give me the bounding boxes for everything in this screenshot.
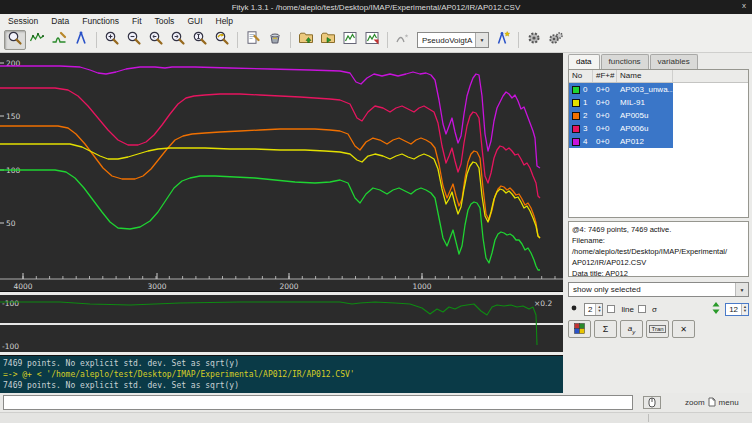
zoom-prev-button[interactable]: [145, 30, 167, 50]
dataset-func-count: 0+0: [593, 122, 617, 135]
fit-run-button[interactable]: [523, 30, 545, 50]
zoom-mode-button[interactable]: [4, 30, 26, 50]
menu-functions[interactable]: Functions: [82, 16, 119, 26]
dataset-row-3[interactable]: 30+0AP006u: [569, 122, 673, 135]
dataset-name: AP005u: [617, 109, 673, 122]
show-mode-dropdown[interactable]: show only selected ▼: [568, 282, 749, 297]
export-plot-button[interactable]: [361, 30, 383, 50]
tab-variables[interactable]: variables: [650, 54, 698, 69]
column-header-no[interactable]: No: [569, 70, 593, 82]
dataset-grid-header: No #F+# Name: [569, 70, 748, 83]
main-plot-canvas[interactable]: 400030002000100020015010050: [0, 53, 563, 292]
menu-tools[interactable]: Tools: [155, 16, 175, 26]
add-point-mode-button[interactable]: [70, 30, 92, 50]
save-session-button[interactable]: [339, 30, 361, 50]
column-header-name[interactable]: Name: [617, 70, 673, 82]
sum-button[interactable]: Σ: [594, 320, 617, 338]
tick-label: 4000: [13, 282, 32, 291]
add-peak-mode-button[interactable]: [48, 30, 70, 50]
auto-add-button[interactable]: [392, 30, 414, 50]
shift-stepper[interactable]: 12 ▲▼: [725, 303, 749, 316]
console-line: 7469 points. No explicit std. dev. Set a…: [3, 380, 560, 391]
dataset-row-2[interactable]: 20+0AP005u: [569, 109, 673, 122]
menu-help[interactable]: Help: [216, 16, 233, 26]
shift-updown-icon: [711, 301, 721, 317]
bottom-bar: zoom menu: [0, 393, 752, 412]
dataset-number: 3: [583, 124, 587, 133]
function-type-combo[interactable]: PseudoVoigtA▼: [417, 32, 489, 48]
dataset-number: 1: [583, 98, 587, 107]
dataset-color-swatch[interactable]: [572, 125, 580, 133]
transform-button[interactable]: Tran: [646, 320, 669, 338]
tab-functions[interactable]: functions: [601, 54, 649, 69]
mag-minus-icon: [126, 30, 142, 50]
open-data-button[interactable]: [295, 30, 317, 50]
display-controls: 2 ▲▼ line σ 12 ▲▼: [568, 302, 749, 316]
menu-bar: SessionDataFunctionsFitToolsGUIHelp: [0, 14, 752, 28]
toolbar-separator: [387, 32, 388, 48]
menu-session[interactable]: Session: [8, 16, 38, 26]
window-title: Fityk 1.3.1 - /home/aleplo/test/Desktop/…: [232, 3, 521, 12]
menu-data[interactable]: Data: [51, 16, 69, 26]
dataset-color-swatch[interactable]: [572, 99, 580, 107]
fit-settings-button[interactable]: [545, 30, 567, 50]
dataset-color-swatch[interactable]: [572, 138, 580, 146]
toolbar: PseudoVoigtA▼: [0, 28, 752, 53]
command-input[interactable]: [3, 395, 633, 410]
menu-gui[interactable]: GUI: [187, 16, 202, 26]
shift-value: 12: [726, 304, 741, 315]
delete-button[interactable]: ✕: [672, 320, 695, 338]
curve-MIL-91: [0, 144, 540, 238]
zoom-vertical-button[interactable]: [189, 30, 211, 50]
palette-icon: [574, 323, 585, 336]
tick-label: 50: [6, 219, 16, 228]
tick-label: 1000: [412, 282, 431, 291]
chart-box-red-icon: [364, 30, 380, 50]
dataset-color-swatch[interactable]: [572, 86, 580, 94]
dataset-info-line: Data title: AP012: [572, 268, 745, 277]
stepper-arrows-icon[interactable]: ▲▼: [595, 304, 602, 315]
combo-arrow-icon[interactable]: ▼: [475, 33, 488, 47]
dataset-number: 0: [583, 85, 587, 94]
mouse-hint-button[interactable]: [643, 396, 661, 409]
folder-run-icon: [320, 30, 336, 50]
dataset-row-0[interactable]: 00+0AP003_unwa...: [569, 83, 673, 96]
dataset-func-count: 0+0: [593, 83, 617, 96]
menu-fit[interactable]: Fit: [132, 16, 141, 26]
tab-data[interactable]: data: [568, 54, 600, 69]
auxiliary-plot-canvas[interactable]: -100-100×0.2: [0, 295, 563, 352]
dataset-grid[interactable]: No #F+# Name 00+0AP003_unwa...10+0MIL-91…: [568, 69, 749, 218]
dataset-func-count: 0+0: [593, 109, 617, 122]
open-script-button[interactable]: [317, 30, 339, 50]
stepper-arrows-icon[interactable]: ▲▼: [741, 304, 748, 315]
y-scale-button[interactable]: ay: [620, 320, 643, 338]
compass-star-icon: [495, 30, 511, 50]
sigma-checkbox[interactable]: [638, 305, 646, 313]
output-console: 7469 points. No explicit std. dev. Set a…: [0, 355, 563, 393]
data-range-mode-button[interactable]: [26, 30, 48, 50]
line-checkbox[interactable]: [607, 305, 615, 313]
main-plot[interactable]: 400030002000100020015010050: [0, 53, 563, 292]
point-size-stepper[interactable]: 2 ▲▼: [584, 303, 603, 316]
close-button[interactable]: x: [742, 1, 746, 10]
gear2-icon: [548, 30, 564, 50]
add-function-button[interactable]: [492, 30, 514, 50]
column-header-f[interactable]: #F+#: [593, 70, 617, 82]
dataset-name: AP012: [617, 135, 673, 148]
auxiliary-plot[interactable]: -100-100×0.2: [0, 295, 563, 352]
dataset-color-swatch[interactable]: [572, 112, 580, 120]
zoom-in-button[interactable]: [101, 30, 123, 50]
dataset-row-1[interactable]: 10+0MIL-91: [569, 96, 673, 109]
zoom-all-button[interactable]: [211, 30, 233, 50]
zoom-next-button[interactable]: [167, 30, 189, 50]
tick-label: -100: [2, 299, 19, 308]
tick-label: ×0.2: [534, 299, 552, 308]
edit-script-button[interactable]: [242, 30, 264, 50]
data-transform-button[interactable]: [264, 30, 286, 50]
zoom-out-button[interactable]: [123, 30, 145, 50]
menu-hint-label: menu: [719, 398, 739, 407]
magnifier-icon: [7, 30, 23, 50]
mouse-icon: [708, 397, 716, 409]
dataset-row-4[interactable]: 40+0AP012: [569, 135, 673, 148]
color-gradient-button[interactable]: [568, 320, 591, 338]
